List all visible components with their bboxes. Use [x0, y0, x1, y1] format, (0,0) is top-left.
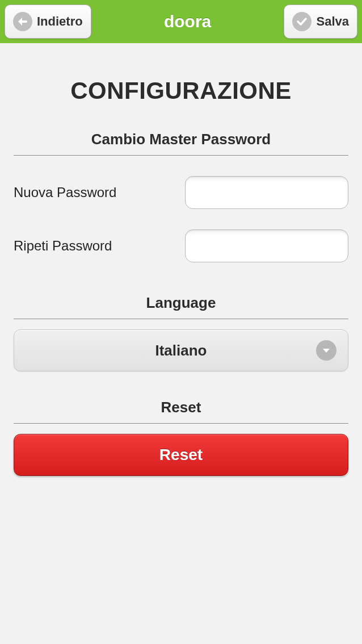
- divider: [14, 155, 348, 156]
- back-icon: [13, 12, 32, 31]
- back-button-label: Indietro: [37, 14, 83, 29]
- reset-section-title: Reset: [14, 399, 348, 423]
- password-section-title: Cambio Master Password: [14, 131, 348, 155]
- page-title: CONFIGURAZIONE: [14, 77, 348, 104]
- divider: [14, 423, 348, 424]
- reset-button-label: Reset: [159, 446, 203, 464]
- new-password-input[interactable]: [185, 176, 348, 209]
- content-area: CONFIGURAZIONE Cambio Master Password Nu…: [0, 77, 362, 476]
- divider: [14, 319, 348, 319]
- new-password-label: Nuova Password: [14, 185, 116, 200]
- back-button[interactable]: Indietro: [5, 5, 91, 39]
- chevron-down-icon: [316, 340, 336, 361]
- check-icon: [292, 12, 312, 31]
- repeat-password-label: Ripeti Password: [14, 238, 112, 254]
- reset-section: Reset Reset: [14, 399, 348, 476]
- save-button[interactable]: Salva: [284, 5, 357, 39]
- header-bar: Indietro doora Salva: [0, 0, 362, 43]
- repeat-password-input[interactable]: [185, 229, 348, 262]
- language-section-title: Language: [14, 294, 348, 319]
- language-select-value: Italiano: [155, 342, 207, 359]
- save-button-label: Salva: [316, 14, 349, 29]
- language-select[interactable]: Italiano: [14, 329, 348, 371]
- app-title: doora: [164, 12, 211, 31]
- language-section: Language Italiano: [14, 294, 348, 371]
- password-section: Cambio Master Password Nuova Password Ri…: [14, 131, 348, 262]
- reset-button[interactable]: Reset: [14, 434, 348, 476]
- repeat-password-row: Ripeti Password: [14, 229, 348, 262]
- new-password-row: Nuova Password: [14, 176, 348, 209]
